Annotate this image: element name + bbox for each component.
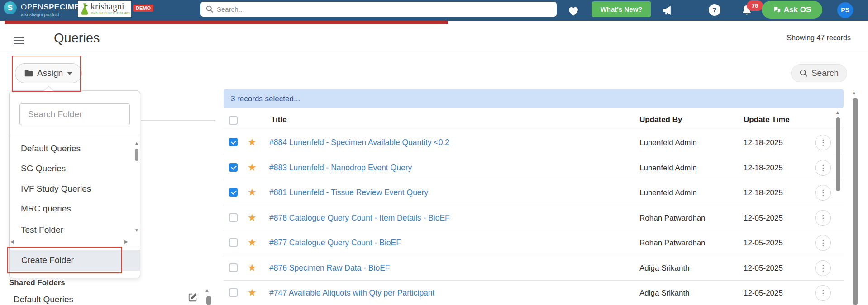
page-scroll-up-icon[interactable]: ▲: [851, 89, 857, 96]
list-scroll-right-icon[interactable]: ▶: [124, 239, 128, 244]
sidebar-scrollbar-thumb[interactable]: [206, 296, 211, 305]
table-row: ★ #747 Available Aliquots with Qty per P…: [224, 281, 844, 305]
selection-banner-text: 3 records selected...: [231, 94, 300, 103]
menu-icon[interactable]: [14, 37, 24, 44]
updated-by-cell: Lunenfeld Admin: [639, 188, 697, 197]
query-title-link[interactable]: #878 Catalogue Query Count - Item Detail…: [269, 213, 450, 223]
table-scroll-up-icon[interactable]: ▲: [835, 109, 840, 116]
notification-badge: 76: [747, 0, 763, 11]
star-icon[interactable]: ★: [248, 237, 257, 249]
assign-folder-dropdown: Default Queries SG Queries IVF Study Que…: [9, 90, 140, 278]
help-icon[interactable]: ?: [709, 4, 720, 16]
table-row: ★ #878 Catalogue Query Count - Item Deta…: [224, 206, 844, 230]
table-row: ★ #876 Specimen Raw Data - BioEF Adiga S…: [224, 256, 844, 281]
global-search-input[interactable]: [200, 2, 557, 17]
sidebar-item-default-queries[interactable]: Default Queries: [14, 295, 73, 305]
update-time-cell: 12-18-2025: [744, 138, 783, 147]
top-navbar: S OPENSPECIMEN a krishagni product krish…: [0, 0, 868, 21]
updated-by-cell: Adiga Srikanth: [639, 289, 690, 298]
query-title-link[interactable]: #881 Lunenfeld - Tissue Review Event Que…: [269, 188, 428, 197]
dropdown-divider: [10, 247, 140, 247]
edit-icon[interactable]: [188, 292, 198, 302]
select-all-checkbox[interactable]: [229, 116, 238, 125]
star-icon[interactable]: ★: [248, 136, 257, 148]
folder-option-ivf-study-queries[interactable]: IVF Study Queries: [21, 184, 91, 194]
table-row: ★ #881 Lunenfeld - Tissue Review Event Q…: [224, 180, 844, 205]
updated-by-cell: Rohan Patwardhan: [639, 214, 706, 223]
column-header-updated-by[interactable]: Updated By: [639, 115, 682, 124]
row-checkbox[interactable]: [229, 188, 238, 197]
brand-title[interactable]: OPENSPECIMEN a krishagni product: [21, 3, 86, 17]
star-icon[interactable]: ★: [248, 287, 257, 299]
whats-new-button[interactable]: What's New?: [592, 1, 651, 17]
loading-progress-bar: [5, 21, 448, 24]
megaphone-icon[interactable]: [662, 4, 674, 17]
folder-option-test-folder[interactable]: Test Folder: [21, 225, 63, 235]
sidebar-divider: [141, 120, 215, 121]
update-time-cell: 12-05-2025: [744, 289, 783, 298]
row-actions-button[interactable]: ⋮: [815, 160, 831, 176]
row-actions-button[interactable]: ⋮: [815, 135, 831, 150]
records-summary: Showing 47 records: [787, 34, 851, 42]
flask-icon: [80, 2, 90, 16]
row-actions-button[interactable]: ⋮: [815, 235, 831, 251]
header-divider: [0, 52, 868, 52]
row-actions-button[interactable]: ⋮: [815, 285, 831, 301]
row-checkbox[interactable]: [229, 163, 238, 172]
brand-name: OPENSPECIMEN: [21, 3, 86, 12]
list-scroll-up-icon[interactable]: ▲: [134, 141, 139, 145]
star-icon[interactable]: ★: [248, 187, 257, 198]
openspecimen-logo-icon[interactable]: S: [4, 1, 17, 14]
sidebar-scroll-up-icon[interactable]: ▲: [205, 287, 210, 293]
updated-by-cell: Adiga Srikanth: [639, 264, 690, 273]
list-scroll-down-icon[interactable]: ▼: [134, 228, 139, 233]
create-folder-menu-item[interactable]: Create Folder: [10, 250, 140, 271]
star-icon[interactable]: ★: [248, 212, 257, 224]
heart-icon[interactable]: [567, 5, 580, 17]
row-checkbox[interactable]: [229, 138, 238, 146]
list-scroll-left-icon[interactable]: ◀: [10, 239, 14, 244]
dropdown-divider: [10, 134, 140, 134]
user-avatar[interactable]: PS: [837, 2, 853, 18]
shared-folders-heading: Shared Folders: [9, 278, 65, 287]
row-actions-button[interactable]: ⋮: [815, 260, 831, 276]
row-actions-button[interactable]: ⋮: [815, 210, 831, 226]
table-search-button[interactable]: Search: [791, 64, 847, 82]
table-scrollbar-thumb[interactable]: [836, 117, 840, 191]
ask-os-button[interactable]: Ask OS: [762, 1, 822, 19]
krishagni-logo[interactable]: krishagni ENABLING CLINICAL RESEARCH: [78, 1, 131, 17]
update-time-cell: 12-05-2025: [744, 214, 783, 223]
row-actions-button[interactable]: ⋮: [815, 185, 831, 201]
table-row: ★ #884 Lunenfeld - Specimen Available Qu…: [224, 130, 844, 155]
folder-search-input[interactable]: [19, 103, 130, 125]
folder-option-sg-queries[interactable]: SG Queries: [21, 164, 66, 174]
row-checkbox[interactable]: [229, 288, 238, 297]
star-icon[interactable]: ★: [248, 162, 257, 174]
page-scrollbar-thumb[interactable]: [853, 98, 858, 305]
queries-page: S OPENSPECIMEN a krishagni product krish…: [0, 0, 868, 305]
query-title-link[interactable]: #884 Lunenfeld - Specimen Available Quan…: [269, 138, 449, 147]
column-header-title[interactable]: Title: [271, 115, 287, 124]
column-header-update-time[interactable]: Update Time: [744, 115, 790, 124]
update-time-cell: 12-18-2025: [744, 188, 783, 197]
search-icon: [206, 5, 214, 13]
query-title-link[interactable]: #883 Lunenfeld - Nanodrop Event Query: [269, 163, 412, 173]
query-title-link[interactable]: #747 Available Aliquots with Qty per Par…: [269, 288, 434, 298]
query-title-link[interactable]: #876 Specimen Raw Data - BioEF: [269, 263, 390, 273]
updated-by-cell: Lunenfeld Admin: [639, 138, 697, 147]
list-scrollbar-thumb[interactable]: [135, 149, 138, 161]
search-icon: [800, 69, 808, 77]
update-time-cell: 12-18-2025: [744, 164, 783, 173]
row-checkbox[interactable]: [229, 238, 238, 247]
folder-option-mrc-queries[interactable]: MRC queries: [21, 204, 71, 214]
folder-option-default-queries[interactable]: Default Queries: [21, 144, 81, 154]
chat-icon: [773, 6, 781, 14]
demo-badge: DEMO: [133, 5, 153, 12]
krishagni-logo-text: krishagni: [91, 1, 124, 12]
row-checkbox[interactable]: [229, 263, 238, 272]
query-title-link[interactable]: #877 Catalogue Query Count - BioEF: [269, 238, 401, 248]
folder-icon: [24, 70, 33, 77]
row-checkbox[interactable]: [229, 213, 238, 222]
assign-button[interactable]: Assign: [15, 63, 82, 83]
star-icon[interactable]: ★: [248, 262, 257, 274]
